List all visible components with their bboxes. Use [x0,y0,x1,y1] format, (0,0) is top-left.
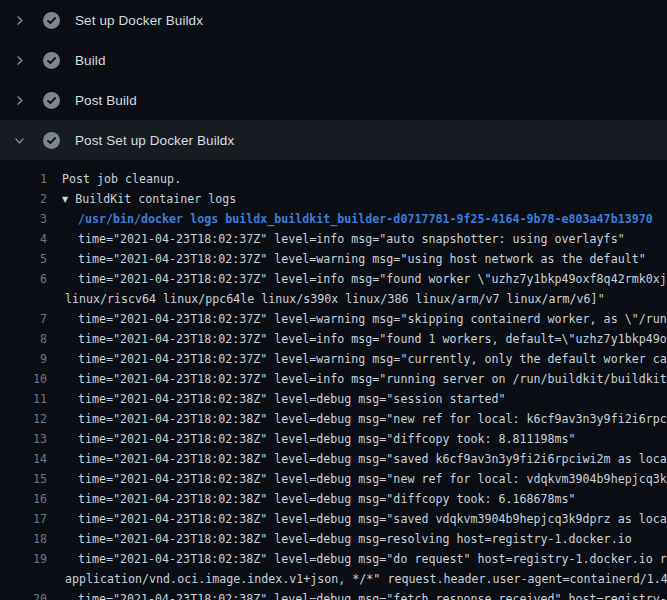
log-line: 16time="2021-04-23T18:02:38Z" level=debu… [0,489,667,509]
log-line: linux/riscv64 linux/ppc64le linux/s390x … [0,289,667,309]
log-line-text: time="2021-04-23T18:02:37Z" level=info m… [78,369,667,389]
log-line-text: time="2021-04-23T18:02:37Z" level=info m… [78,329,667,349]
log-line-number[interactable]: 12 [0,412,47,426]
log-line: 2▼BuildKit container logs [0,189,667,209]
log-line: 19time="2021-04-23T18:02:38Z" level=debu… [0,549,667,569]
log-line-text: time="2021-04-23T18:02:38Z" level=debug … [78,449,667,469]
log-line: 5time="2021-04-23T18:02:37Z" level=warni… [0,249,667,269]
log-line-number[interactable]: 9 [0,352,47,366]
log-line-text: time="2021-04-23T18:02:38Z" level=debug … [78,589,667,600]
log-line: 6time="2021-04-23T18:02:37Z" level=info … [0,269,667,289]
log-line: 13time="2021-04-23T18:02:38Z" level=debu… [0,429,667,449]
log-line-text: Post job cleanup. [62,169,181,189]
log-line-number[interactable]: 13 [0,432,47,446]
log-line: 11time="2021-04-23T18:02:38Z" level=debu… [0,389,667,409]
chevron-right-icon[interactable] [13,54,30,67]
log-line-number[interactable]: 11 [0,392,47,406]
log-line-text: time="2021-04-23T18:02:38Z" level=debug … [78,489,576,509]
log-line: 20time="2021-04-23T18:02:38Z" level=debu… [0,589,667,600]
log-line-text: time="2021-04-23T18:02:38Z" level=debug … [78,429,576,449]
chevron-down-icon[interactable] [13,134,30,147]
log-line-number[interactable]: 7 [0,312,47,326]
log-line-text: time="2021-04-23T18:02:38Z" level=debug … [78,509,667,529]
log-area: 1Post job cleanup.2▼BuildKit container l… [0,160,667,600]
log-line-number[interactable]: 14 [0,452,47,466]
log-line: 10time="2021-04-23T18:02:37Z" level=info… [0,369,667,389]
step-label: Post Build [75,93,137,108]
log-line-text: time="2021-04-23T18:02:38Z" level=debug … [78,389,506,409]
check-circle-icon [43,132,60,149]
step-row-post-build[interactable]: Post Build [0,80,667,120]
log-line: 12time="2021-04-23T18:02:38Z" level=debu… [0,409,667,429]
log-line: 4time="2021-04-23T18:02:37Z" level=info … [0,229,667,249]
steps-list: Set up Docker BuildxBuildPost BuildPost … [0,0,667,160]
log-group-title[interactable]: BuildKit container logs [75,189,236,209]
log-line-number[interactable]: 10 [0,372,47,386]
log-line-number[interactable]: 3 [0,212,47,226]
group-collapse-triangle-icon[interactable]: ▼ [62,195,68,204]
log-line-text: time="2021-04-23T18:02:37Z" level=warnin… [78,309,667,329]
log-line-text: time="2021-04-23T18:02:38Z" level=debug … [78,469,667,489]
log-line: 14time="2021-04-23T18:02:38Z" level=debu… [0,449,667,469]
log-line-text: time="2021-04-23T18:02:37Z" level=info m… [78,269,667,289]
log-line: 1Post job cleanup. [0,169,667,189]
log-command-text: /usr/bin/docker logs buildx_buildkit_bui… [78,209,653,229]
log-line-text: time="2021-04-23T18:02:37Z" level=info m… [78,229,625,249]
step-label: Post Set up Docker Buildx [75,133,234,148]
log-line-text: time="2021-04-23T18:02:37Z" level=warnin… [78,349,667,369]
step-label: Set up Docker Buildx [75,13,203,28]
log-line: application/vnd.oci.image.index.v1+json,… [0,569,667,589]
log-line: 18time="2021-04-23T18:02:38Z" level=debu… [0,529,667,549]
chevron-right-icon[interactable] [13,14,30,27]
log-line-text: time="2021-04-23T18:02:38Z" level=debug … [78,529,632,549]
log-line: 7time="2021-04-23T18:02:37Z" level=warni… [0,309,667,329]
log-line-number[interactable]: 8 [0,332,47,346]
step-row-build[interactable]: Build [0,40,667,80]
check-circle-icon [43,52,60,69]
log-line-text: time="2021-04-23T18:02:38Z" level=debug … [78,409,667,429]
log-line-number[interactable]: 15 [0,472,47,486]
log-line-text: application/vnd.oci.image.index.v1+json,… [65,569,667,589]
log-line-number[interactable]: 18 [0,532,47,546]
step-row-post-set-up-docker-buildx[interactable]: Post Set up Docker Buildx [0,120,667,160]
log-line-number[interactable]: 5 [0,252,47,266]
workflow-log-panel: Set up Docker BuildxBuildPost BuildPost … [0,0,667,600]
log-line-number[interactable]: 16 [0,492,47,506]
log-line-text: linux/riscv64 linux/ppc64le linux/s390x … [65,289,605,309]
log-line-number[interactable]: 20 [0,592,47,600]
log-line-text: time="2021-04-23T18:02:38Z" level=debug … [78,549,667,569]
step-label: Build [75,53,106,68]
log-line: 17time="2021-04-23T18:02:38Z" level=debu… [0,509,667,529]
log-line: 8time="2021-04-23T18:02:37Z" level=info … [0,329,667,349]
log-line: 3/usr/bin/docker logs buildx_buildkit_bu… [0,209,667,229]
check-circle-icon [43,12,60,29]
step-row-set-up-docker-buildx[interactable]: Set up Docker Buildx [0,0,667,40]
log-line-number[interactable]: 19 [0,552,47,566]
log-line: 15time="2021-04-23T18:02:38Z" level=debu… [0,469,667,489]
log-line-number[interactable]: 17 [0,512,47,526]
log-line-number[interactable]: 2 [0,192,47,206]
log-line-number[interactable]: 4 [0,232,47,246]
log-line-number[interactable]: 6 [0,272,47,286]
log-line-text: time="2021-04-23T18:02:37Z" level=warnin… [78,249,646,269]
chevron-right-icon[interactable] [13,94,30,107]
log-line: 9time="2021-04-23T18:02:37Z" level=warni… [0,349,667,369]
log-line-number[interactable]: 1 [0,172,47,186]
check-circle-icon [43,92,60,109]
